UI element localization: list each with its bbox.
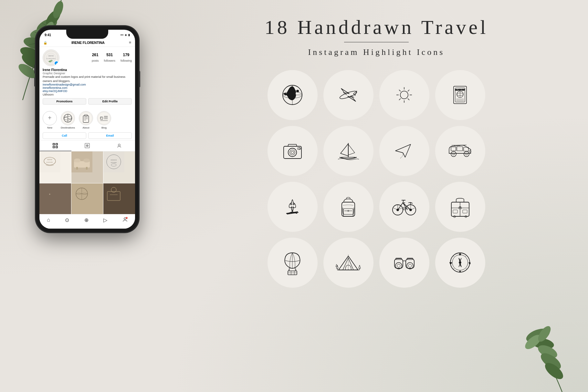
profile-nav[interactable] bbox=[122, 217, 128, 223]
passport-icon-circle: PASSPORT bbox=[435, 70, 485, 120]
backpack-icon-circle bbox=[323, 182, 373, 232]
svg-text:DESIGN: DESIGN bbox=[111, 159, 117, 161]
call-button[interactable]: Call bbox=[43, 132, 86, 139]
tagged-tab[interactable] bbox=[103, 140, 135, 151]
svg-text:PASSPORT: PASSPORT bbox=[455, 89, 465, 91]
phone-mockup: 9:41 ▪▪▪ ◈ ▮ 🔒 IRENE FLORENTINA ≡ bbox=[36, 26, 139, 232]
search-nav[interactable]: ⊙ bbox=[65, 217, 69, 223]
svg-rect-58 bbox=[86, 167, 88, 170]
svg-point-168 bbox=[407, 263, 413, 269]
svg-rect-150 bbox=[453, 210, 457, 213]
promotions-button[interactable]: Promotions bbox=[43, 98, 86, 105]
bottom-navigation: ⌂ ⊙ ⊕ ▷ bbox=[39, 214, 135, 229]
posts-count: 261 bbox=[92, 53, 99, 57]
svg-line-184 bbox=[465, 256, 466, 257]
subtitle: Instagram Highlight Icons bbox=[174, 47, 578, 57]
email-button[interactable]: Email bbox=[88, 132, 132, 139]
hot-air-balloon-icon-circle bbox=[268, 238, 318, 288]
svg-rect-56 bbox=[83, 159, 90, 162]
bio-etsy[interactable]: etsy.me/2QJMFOD bbox=[43, 89, 132, 93]
svg-line-154 bbox=[289, 268, 290, 271]
bio-location: Uithoorn bbox=[43, 93, 132, 97]
svg-text:E: E bbox=[469, 262, 470, 264]
svg-point-165 bbox=[395, 263, 402, 269]
svg-line-186 bbox=[466, 268, 467, 269]
followers-stat: 531 followers bbox=[104, 53, 115, 63]
svg-line-87 bbox=[408, 90, 409, 91]
highlight-about[interactable]: About bbox=[79, 111, 93, 129]
svg-text:KHAI: KHAI bbox=[47, 159, 52, 160]
home-nav[interactable]: ⌂ bbox=[47, 217, 50, 223]
svg-text:STUDIO: STUDIO bbox=[111, 162, 117, 163]
highlight-destinations-circle bbox=[61, 111, 75, 125]
battery-icon: ▮ bbox=[128, 33, 130, 36]
instagram-header: 🔒 IRENE FLORENTINA ≡ bbox=[39, 39, 135, 47]
svg-rect-33 bbox=[84, 114, 88, 116]
svg-point-109 bbox=[451, 151, 456, 157]
svg-line-105 bbox=[403, 153, 405, 157]
svg-point-34 bbox=[98, 112, 110, 124]
svg-rect-55 bbox=[74, 159, 80, 162]
compass-icon-circle: N S E W bbox=[435, 238, 485, 288]
svg-line-153 bbox=[296, 268, 296, 271]
profile-section: IRENE FLORENTINA + bbox=[39, 47, 135, 110]
grid-cell-2 bbox=[71, 151, 103, 183]
van-icon-circle bbox=[435, 126, 485, 176]
highlight-destinations[interactable]: Destinations bbox=[61, 111, 75, 129]
highlights-row: + New Destina bbox=[39, 110, 135, 132]
svg-rect-44 bbox=[56, 146, 58, 148]
svg-point-169 bbox=[408, 264, 412, 267]
campfire-icon-circle bbox=[268, 182, 318, 232]
svg-point-148 bbox=[454, 216, 456, 218]
phone-notch bbox=[66, 30, 108, 39]
svg-point-48 bbox=[118, 144, 120, 146]
globe-icon-circle bbox=[268, 70, 318, 120]
profile-top: IRENE FLORENTINA + bbox=[43, 49, 132, 66]
add-nav[interactable]: ⊕ bbox=[84, 217, 89, 223]
svg-rect-42 bbox=[56, 143, 58, 145]
svg-line-185 bbox=[453, 268, 454, 269]
svg-text:W: W bbox=[450, 262, 452, 264]
paper-plane-icon-circle bbox=[379, 126, 429, 176]
lock-icon: 🔒 bbox=[43, 41, 47, 45]
grid-tab[interactable] bbox=[39, 140, 71, 151]
bio-section: Irene Florentina Graphic Designer Premad… bbox=[43, 68, 132, 97]
highlight-destinations-label: Destinations bbox=[61, 126, 75, 129]
svg-point-74 bbox=[126, 217, 128, 219]
add-badge[interactable]: + bbox=[54, 61, 59, 66]
airplane-icon-circle bbox=[323, 70, 373, 120]
decorative-leaves-bottom-right bbox=[498, 311, 588, 392]
send-nav[interactable]: ▷ bbox=[103, 217, 107, 223]
following-stat: 179 following bbox=[121, 53, 132, 63]
svg-line-85 bbox=[399, 90, 401, 91]
profile-username: IRENE FLORENTINA bbox=[71, 41, 105, 45]
highlight-new-circle: + bbox=[43, 111, 57, 125]
bio-website[interactable]: ireneflorentina.com bbox=[43, 86, 132, 89]
svg-text:IRENE: IRENE bbox=[48, 55, 54, 57]
menu-icon[interactable]: ≡ bbox=[129, 40, 131, 45]
svg-rect-107 bbox=[457, 147, 463, 151]
bio-title: Graphic Designer bbox=[43, 72, 132, 75]
highlight-new-label: New bbox=[47, 126, 52, 129]
highlight-blog[interactable]: Blog bbox=[97, 111, 111, 129]
binoculars-icon-circle bbox=[379, 238, 429, 288]
grid-cell-3: DESIGN STUDIO bbox=[103, 151, 135, 183]
followers-count: 531 bbox=[104, 53, 115, 57]
suitcase-icon-circle bbox=[435, 182, 485, 232]
main-title: 18 Handdrawn Travel bbox=[174, 16, 578, 38]
bicycle-icon-circle bbox=[379, 182, 429, 232]
highlight-new[interactable]: + New bbox=[43, 111, 57, 129]
reels-tab[interactable] bbox=[71, 140, 103, 151]
svg-rect-29 bbox=[83, 116, 89, 122]
svg-line-88 bbox=[399, 98, 401, 100]
signal-icon: ▪▪▪ bbox=[120, 33, 123, 36]
profile-stats: 261 posts 531 followers 179 following bbox=[92, 53, 132, 63]
photo-grid: KHAI BAKERY bbox=[39, 151, 135, 215]
bio-email[interactable]: ireneflorentinadesign@gmail.com bbox=[43, 83, 132, 86]
svg-text:FLORENTINA: FLORENTINA bbox=[46, 58, 56, 59]
svg-text:BAKERY: BAKERY bbox=[47, 161, 53, 163]
following-count: 179 bbox=[121, 53, 132, 57]
bio-description: Premade and custom logos and print mater… bbox=[43, 75, 132, 83]
camera-icon-circle bbox=[268, 126, 318, 176]
edit-profile-button[interactable]: Edit Profile bbox=[88, 98, 132, 105]
